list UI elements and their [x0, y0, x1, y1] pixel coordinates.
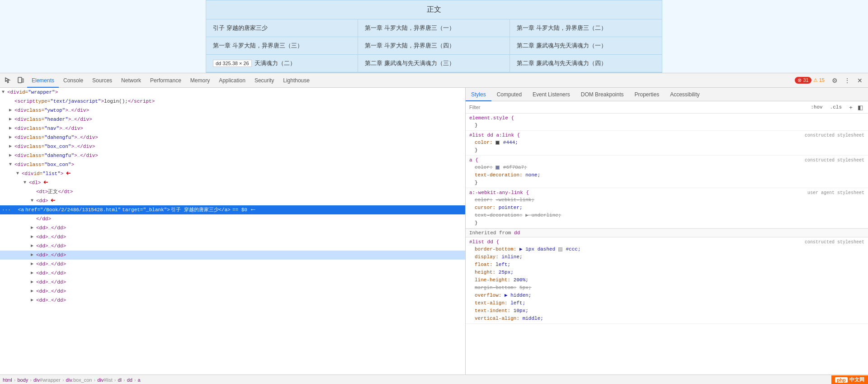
tab-accessibility[interactable]: Accessibility: [665, 88, 705, 101]
filter-hov-button[interactable]: :hov: [808, 104, 825, 111]
elements-panel[interactable]: ▼ <div id="wrapper" > <script type="text…: [0, 88, 466, 375]
tab-styles[interactable]: Styles: [466, 88, 491, 101]
tab-network[interactable]: Network: [117, 73, 146, 88]
toggle-dd-7[interactable]: ▶: [31, 269, 36, 277]
style-prop-display: display: inline;: [469, 253, 864, 261]
toggle-div-ywtop[interactable]: ▶: [9, 106, 14, 114]
toggle-dd-9[interactable]: ▶: [31, 287, 36, 295]
toggle-sidebar-icon[interactable]: ◧: [856, 103, 864, 111]
tab-lighthouse[interactable]: Lighthouse: [278, 73, 314, 88]
bc-div-boxcon[interactable]: div.box_con: [66, 377, 92, 383]
elem-dl[interactable]: ▼ <dl> ➜: [0, 178, 465, 187]
preview-cell-7-text: 天满魂力（二）: [255, 59, 296, 67]
toggle-div-header[interactable]: ▶: [9, 115, 14, 123]
style-rule-a-header: a { constructed stylesheet: [469, 157, 864, 163]
tab-sources[interactable]: Sources: [88, 73, 117, 88]
bc-body[interactable]: body: [17, 377, 28, 383]
elem-a-link[interactable]: ··· <a href="/Book/2/2486/1315428.html" …: [0, 205, 465, 214]
add-style-icon[interactable]: +: [847, 103, 855, 111]
elem-div-header[interactable]: ▶ <div class="header" > … </div>: [0, 115, 465, 124]
bc-div-wrapper[interactable]: div#wrapper: [33, 377, 61, 383]
php-text: php: [835, 377, 848, 383]
preview-cell-1: 引子 穿越的唐家三少: [206, 19, 358, 37]
tab-security[interactable]: Security: [250, 73, 278, 88]
color-swatch-444[interactable]: [495, 141, 500, 145]
filter-input[interactable]: [469, 104, 806, 110]
preview-area: 正文 引子 穿越的唐家三少 第一章 斗罗大陆，异界唐三（一） 第一章 斗罗大陆，…: [206, 0, 662, 73]
more-options-icon[interactable]: ⋮: [841, 74, 854, 87]
tab-dom-breakpoints[interactable]: DOM Breakpoints: [576, 88, 629, 101]
toggle-dd-8[interactable]: ▶: [31, 278, 36, 286]
toggle-div-dahengfu2[interactable]: ▶: [9, 152, 14, 160]
tab-console[interactable]: Console: [59, 73, 88, 88]
warn-count: 15: [819, 77, 825, 83]
settings-icon[interactable]: ⚙: [828, 74, 841, 87]
selector-a[interactable]: a {: [469, 157, 478, 163]
elem-div-ywtop[interactable]: ▶ <div class="ywtop" > … </div>: [0, 106, 465, 115]
bc-div-list[interactable]: div#list: [97, 377, 113, 383]
elem-div-boxcon2[interactable]: ▼ <div class="box_con" >: [0, 160, 465, 169]
elem-div-nav[interactable]: ▶ <div class="nav" > … </div>: [0, 124, 465, 133]
elem-div-dahengfu2[interactable]: ▶ <div class="dahengfu" > … </div>: [0, 151, 465, 160]
elem-dd-7[interactable]: ▶ <dd> … </dd>: [0, 269, 465, 278]
style-prop-height: height: 25px;: [469, 269, 864, 276]
toggle-div-nav[interactable]: ▶: [9, 124, 14, 133]
tab-memory[interactable]: Memory: [186, 73, 214, 88]
toggle-dd-6[interactable]: ▶: [31, 260, 36, 268]
toggle-dl[interactable]: ▼: [24, 179, 29, 187]
elem-dd-8[interactable]: ▶ <dd> … </dd>: [0, 278, 465, 287]
elem-div-wrapper[interactable]: ▼ <div id="wrapper" >: [0, 88, 465, 97]
toggle-dd-4[interactable]: ▶: [31, 242, 36, 250]
selector-list-dd[interactable]: #list dd {: [469, 239, 499, 245]
selector-list-dd-alink[interactable]: #list dd a:link {: [469, 133, 520, 138]
elem-dt[interactable]: <dt> 正文 </dt>: [0, 187, 465, 196]
toggle-div-boxcon2[interactable]: ▼: [9, 161, 14, 169]
device-icon[interactable]: [14, 74, 27, 87]
elem-dd-2[interactable]: ▶ <dd> … </dd>: [0, 223, 465, 232]
inherited-tag[interactable]: dd: [514, 230, 520, 236]
elem-dd-open[interactable]: ▼ <dd> ➜: [0, 196, 465, 205]
toggle-dd-3[interactable]: ▶: [31, 233, 36, 241]
preview-cell-7: dd 325.38 × 26 天满魂力（二）: [206, 55, 358, 72]
toggle-div-wrapper[interactable]: ▼: [2, 88, 7, 96]
tab-performance[interactable]: Performance: [146, 73, 186, 88]
elem-dd-6[interactable]: ▶ <dd> … </dd>: [0, 260, 465, 269]
bc-html[interactable]: html: [3, 377, 12, 383]
tab-elements[interactable]: Elements: [27, 73, 59, 88]
selector-webkit-any-link[interactable]: a:-webkit-any-link {: [469, 190, 529, 195]
bc-dl[interactable]: dl: [118, 377, 122, 383]
elem-div-boxcon1[interactable]: ▶ <div class="box_con" > … </div>: [0, 142, 465, 151]
color-swatch-6f78a7[interactable]: [495, 166, 500, 170]
style-prop-webkit-color: color: -webkit-link;: [469, 196, 864, 204]
bc-dd[interactable]: dd: [127, 377, 132, 383]
close-icon[interactable]: ✕: [854, 74, 866, 87]
elem-div-list[interactable]: ▼ <div id="list" > ➜: [0, 169, 465, 178]
toggle-div-boxcon1[interactable]: ▶: [9, 142, 14, 151]
toggle-dd-open[interactable]: ▼: [31, 197, 36, 205]
elem-dd-5[interactable]: ▶ <dd> … </dd>: [0, 251, 465, 260]
style-selector-element[interactable]: element.style {: [469, 115, 514, 121]
tab-application[interactable]: Application: [214, 73, 250, 88]
toggle-div-list[interactable]: ▼: [16, 170, 22, 178]
elem-dd-3[interactable]: ▶ <dd> … </dd>: [0, 232, 465, 242]
styles-panel[interactable]: :hov .cls + ◧ element.style { }: [466, 101, 868, 375]
toggle-dd-5[interactable]: ▶: [31, 251, 36, 259]
style-prop-float: float: left;: [469, 261, 864, 269]
toggle-dd-10[interactable]: ▶: [31, 296, 36, 304]
toggle-div-dahengfu1[interactable]: ▶: [9, 133, 14, 142]
color-swatch-ccc[interactable]: [558, 247, 562, 251]
php-logo: php 中文网: [831, 375, 868, 384]
filter-cls-button[interactable]: .cls: [828, 104, 844, 111]
elem-dd-10[interactable]: ▶ <dd> … </dd>: [0, 296, 465, 305]
tab-computed[interactable]: Computed: [491, 88, 527, 101]
elem-dd-close[interactable]: </dd>: [0, 214, 465, 223]
elem-div-dahengfu1[interactable]: ▶ <div class="dahengfu" > … </div>: [0, 133, 465, 142]
elem-dd-9[interactable]: ▶ <dd> … </dd>: [0, 287, 465, 296]
elem-dd-4[interactable]: ▶ <dd> … </dd>: [0, 242, 465, 251]
tab-event-listeners[interactable]: Event Listeners: [527, 88, 576, 101]
bc-a[interactable]: a: [138, 377, 141, 383]
elem-script[interactable]: <script type="text/javascript" > login()…: [0, 97, 465, 106]
inspect-icon[interactable]: [2, 74, 14, 87]
toggle-dd-2[interactable]: ▶: [31, 224, 36, 232]
tab-properties[interactable]: Properties: [629, 88, 665, 101]
